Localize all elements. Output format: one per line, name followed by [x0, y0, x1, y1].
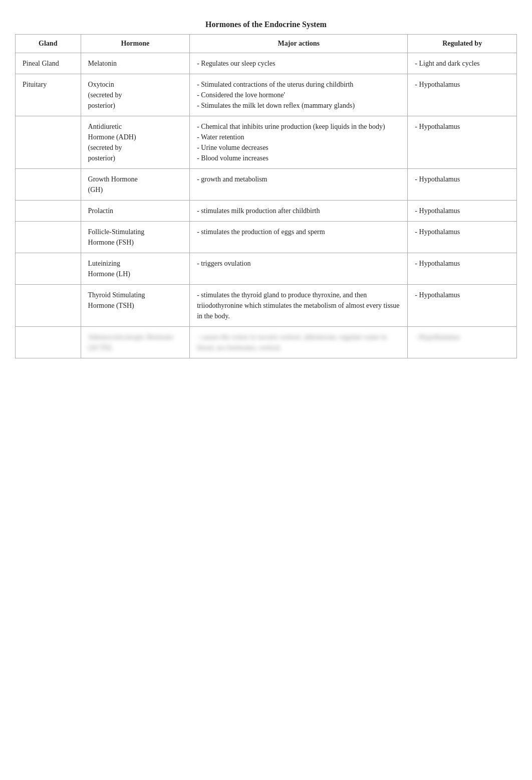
cell-regulated: - Light and dark cycles — [408, 53, 517, 74]
cell-actions: - stimulates milk production after child… — [190, 201, 408, 222]
cell-hormone: Antidiuretic Hormone (ADH) (secreted by … — [81, 116, 190, 169]
cell-regulated: - Hypothalamus — [408, 253, 517, 285]
table-row: Luteinizing Hormone (LH)- triggers ovula… — [16, 253, 517, 285]
table-row: Prolactin- stimulates milk production af… — [16, 201, 517, 222]
cell-hormone: Growth Hormone (GH) — [81, 169, 190, 201]
cell-gland: Pineal Gland — [16, 53, 81, 74]
cell-hormone: Follicle-Stimulating Hormone (FSH) — [81, 222, 190, 253]
cell-hormone: Thyroid Stimulating Hormone (TSH) — [81, 285, 190, 327]
table-row: Growth Hormone (GH)- growth and metaboli… — [16, 169, 517, 201]
cell-gland — [16, 116, 81, 169]
cell-gland — [16, 253, 81, 285]
cell-gland — [16, 327, 81, 358]
table-row: Adrenocorticotropic Hormone (ACTH)- caus… — [16, 327, 517, 358]
cell-actions: - stimulates the thyroid gland to produc… — [190, 285, 408, 327]
cell-regulated: - Hypothalamus — [408, 285, 517, 327]
cell-gland — [16, 169, 81, 201]
cell-actions: - growth and metabolism — [190, 169, 408, 201]
cell-hormone: Oxytocin (secreted by posterior) — [81, 74, 190, 116]
cell-actions: - stimulates the production of eggs and … — [190, 222, 408, 253]
cell-gland: Pituitary — [16, 74, 81, 116]
col-header-gland: Gland — [16, 35, 81, 53]
cell-regulated: - Hypothalamus — [408, 169, 517, 201]
cell-actions: - Chemical that inhibits urine productio… — [190, 116, 408, 169]
col-header-actions: Major actions — [190, 35, 408, 53]
cell-actions: - Regulates our sleep cycles — [190, 53, 408, 74]
cell-actions: - Stimulated contractions of the uterus … — [190, 74, 408, 116]
cell-regulated: - Hypothalamus — [408, 116, 517, 169]
cell-hormone: Luteinizing Hormone (LH) — [81, 253, 190, 285]
table-row: PituitaryOxytocin (secreted by posterior… — [16, 74, 517, 116]
cell-hormone: Adrenocorticotropic Hormone (ACTH) — [81, 327, 190, 358]
cell-regulated: - Hypothalamus — [408, 74, 517, 116]
table-row: Thyroid Stimulating Hormone (TSH)- stimu… — [16, 285, 517, 327]
cell-gland — [16, 201, 81, 222]
cell-regulated: - Hypothalamus — [408, 327, 517, 358]
table-row: Follicle-Stimulating Hormone (FSH)- stim… — [16, 222, 517, 253]
table-row: Pineal GlandMelatonin- Regulates our sle… — [16, 53, 517, 74]
cell-actions: - triggers ovulation — [190, 253, 408, 285]
cell-hormone: Prolactin — [81, 201, 190, 222]
table-row: Antidiuretic Hormone (ADH) (secreted by … — [16, 116, 517, 169]
hormones-table: Gland Hormone Major actions Regulated by… — [15, 34, 517, 358]
col-header-regulated: Regulated by — [408, 35, 517, 53]
cell-regulated: - Hypothalamus — [408, 222, 517, 253]
cell-actions: - causes the cortex to secrete cortisol,… — [190, 327, 408, 358]
cell-hormone: Melatonin — [81, 53, 190, 74]
col-header-hormone: Hormone — [81, 35, 190, 53]
page-title: Hormones of the Endocrine System — [15, 20, 517, 29]
cell-gland — [16, 285, 81, 327]
cell-gland — [16, 222, 81, 253]
cell-regulated: - Hypothalamus — [408, 201, 517, 222]
